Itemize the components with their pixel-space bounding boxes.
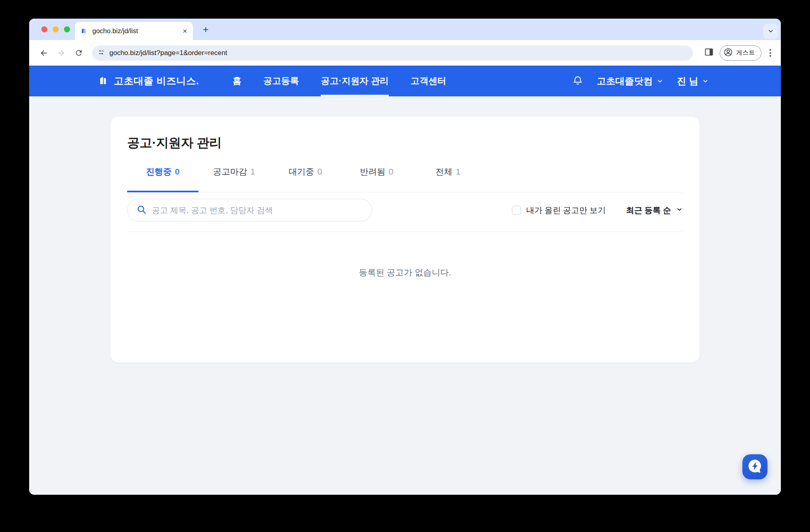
profile-button[interactable]: 게스트 <box>720 45 762 61</box>
site-favicon <box>81 27 88 36</box>
window-traffic-lights <box>41 19 70 40</box>
tab-title: gocho.biz/jd/list <box>92 27 183 35</box>
browser-tab-strip: gocho.biz/jd/list × + <box>29 19 781 40</box>
browser-window: gocho.biz/jd/list × + gocho <box>29 19 781 495</box>
job-management-card: 공고·지원자 관리 진행중0 공고마감1 대기중0 반려됨0 <box>111 117 699 362</box>
tab-closed[interactable]: 공고마감1 <box>198 164 270 192</box>
browser-tab[interactable]: gocho.biz/jd/list × <box>75 22 193 40</box>
screenshot-stage: gocho.biz/jd/list × + gocho <box>0 0 810 532</box>
reload-button[interactable] <box>71 46 86 60</box>
side-panel-icon[interactable] <box>704 47 714 59</box>
browser-toolbar: gocho.biz/jd/list?page=1&order=recent 게스… <box>29 40 781 66</box>
tab-count: 0 <box>318 167 322 176</box>
status-tabs: 진행중0 공고마감1 대기중0 반려됨0 전체1 <box>127 164 683 192</box>
empty-state-message: 등록된 공고가 없습니다. <box>127 267 683 278</box>
nav-item-manage-jobs[interactable]: 공고·지원자 관리 <box>310 66 399 96</box>
sort-dropdown[interactable]: 최근 등록 순 <box>626 205 683 216</box>
tab-rejected[interactable]: 반려됨0 <box>341 164 412 192</box>
tab-all[interactable]: 전체1 <box>412 164 484 192</box>
chevron-down-icon <box>702 78 709 85</box>
list-controls-row: 내가 올린 공고만 보기 최근 등록 순 <box>127 199 683 221</box>
my-posts-label: 내가 올린 공고만 보기 <box>526 205 606 216</box>
new-tab-button[interactable]: + <box>199 23 213 36</box>
logo-building-icon <box>99 74 110 88</box>
url-text: gocho.biz/jd/list?page=1&order=recent <box>109 49 227 57</box>
my-posts-checkbox[interactable] <box>512 206 521 215</box>
address-bar[interactable]: gocho.biz/jd/list?page=1&order=recent <box>92 45 693 61</box>
nav-item-home[interactable]: 홈 <box>222 66 252 96</box>
navbar-right: 고초대졸닷컴 진 님 <box>572 66 709 96</box>
filter-sort-controls: 내가 올린 공고만 보기 최근 등록 순 <box>512 205 683 216</box>
back-button[interactable] <box>36 46 51 60</box>
close-window-button[interactable] <box>41 26 47 32</box>
tab-in-progress[interactable]: 진행중0 <box>127 164 198 192</box>
sort-label: 최근 등록 순 <box>626 205 671 216</box>
site-logo[interactable]: 고초대졸 비즈니스. <box>99 66 199 96</box>
my-posts-filter[interactable]: 내가 올린 공고만 보기 <box>512 205 606 216</box>
toolbar-right-controls: 게스트 <box>704 45 774 61</box>
search-input[interactable] <box>152 206 363 215</box>
browser-menu-icon[interactable] <box>767 47 774 59</box>
notification-bell-icon[interactable] <box>572 75 583 87</box>
tab-list-chevron-down-icon[interactable] <box>763 23 778 39</box>
tab-count: 0 <box>389 167 394 176</box>
forward-button[interactable] <box>54 46 68 60</box>
chevron-down-icon <box>657 78 663 85</box>
guest-avatar-icon <box>723 47 733 59</box>
main-menu: 홈 공고등록 공고·지원자 관리 고객센터 <box>222 66 457 96</box>
search-icon <box>136 204 147 216</box>
logo-text: 고초대졸 비즈니스. <box>114 74 199 87</box>
chat-lightning-icon <box>747 458 763 476</box>
page-title: 공고·지원자 관리 <box>127 134 683 151</box>
search-box[interactable] <box>127 199 372 221</box>
nav-item-support[interactable]: 고객센터 <box>400 66 457 96</box>
tab-count: 1 <box>456 167 460 176</box>
minimize-window-button[interactable] <box>53 26 59 32</box>
site-navbar: 고초대졸 비즈니스. 홈 공고등록 공고·지원자 관리 고객센터 고초대졸닷컴 <box>29 66 781 96</box>
nav-item-post-job[interactable]: 공고등록 <box>252 66 310 96</box>
user-dropdown[interactable]: 진 님 <box>677 75 709 87</box>
tab-count: 0 <box>175 167 180 176</box>
company-dropdown[interactable]: 고초대졸닷컴 <box>597 75 663 87</box>
zoom-window-button[interactable] <box>64 26 70 32</box>
tab-count: 1 <box>250 167 255 176</box>
chat-support-button[interactable] <box>742 454 767 479</box>
chevron-down-icon <box>676 206 683 215</box>
page-content: 공고·지원자 관리 진행중0 공고마감1 대기중0 반려됨0 <box>29 96 781 495</box>
guest-label: 게스트 <box>736 49 755 57</box>
tab-pending[interactable]: 대기중0 <box>270 164 341 192</box>
list-divider <box>127 232 683 232</box>
site-info-icon[interactable] <box>98 49 105 57</box>
tab-close-icon[interactable]: × <box>183 27 187 35</box>
